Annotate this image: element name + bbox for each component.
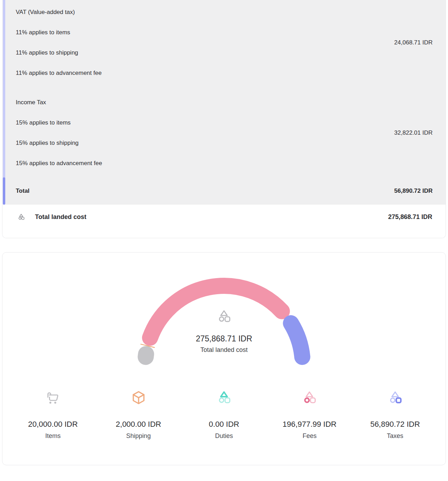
- total-landed-cost-amount: 275,868.71 IDR: [388, 213, 432, 221]
- stat-label: Fees: [302, 432, 316, 440]
- landed-cost-shapes-icon: [17, 213, 25, 221]
- tax-group-title: VAT (Value-added tax): [16, 8, 433, 16]
- gauge-center: 275,868.71 IDR Total landed cost: [150, 309, 298, 354]
- gauge-center-value: 275,868.71 IDR: [150, 334, 298, 344]
- tax-total-amount: 56,890.72 IDR: [394, 187, 433, 195]
- stat-label: Items: [45, 432, 61, 440]
- shapes-triangle-icon: [216, 390, 232, 406]
- stat-taxes: 56,890.72 IDR Taxes: [352, 390, 438, 440]
- tax-line: 11% applies to advancement fee: [16, 69, 433, 77]
- tax-group-title: Income Tax: [16, 99, 433, 106]
- stat-label: Taxes: [387, 432, 403, 440]
- stat-amount: 56,890.72 IDR: [370, 420, 420, 429]
- total-landed-cost-label: Total landed cost: [35, 213, 86, 221]
- landed-cost-shapes-icon: [216, 309, 232, 325]
- tax-total-row: Total 56,890.72 IDR: [16, 187, 433, 195]
- landed-cost-gauge: 275,868.71 IDR Total landed cost: [2, 260, 446, 382]
- cost-stats-row: 20,000.00 IDR Items 2,000.00 IDR Shippin…: [2, 390, 446, 440]
- tax-group-income-tax: Income Tax 15% applies to items 15% appl…: [16, 99, 433, 167]
- stat-fees: 196,977.99 IDR Fees: [267, 390, 352, 440]
- tax-total-label: Total: [16, 187, 29, 195]
- scrollbar-thumb[interactable]: [3, 177, 5, 205]
- stat-amount: 196,977.99 IDR: [282, 420, 336, 429]
- stat-items: 20,000.00 IDR Items: [10, 390, 96, 440]
- cart-icon: [45, 390, 61, 406]
- landed-cost-chart-card: 275,868.71 IDR Total landed cost 20,000.…: [2, 252, 446, 465]
- tax-line: 15% applies to shipping: [16, 139, 433, 147]
- tax-line: 15% applies to items: [16, 119, 433, 126]
- vertical-scrollbar[interactable]: [3, 0, 5, 205]
- tax-group-amount: 32,822.01 IDR: [394, 129, 433, 136]
- gauge-center-label: Total landed cost: [150, 346, 298, 354]
- total-landed-cost-row: Total landed cost 275,868.71 IDR: [2, 205, 446, 238]
- stat-shipping: 2,000.00 IDR Shipping: [96, 390, 181, 440]
- tax-line: 15% applies to advancement fee: [16, 160, 433, 167]
- tax-breakdown-card: VAT (Value-added tax) 11% applies to ite…: [2, 0, 446, 238]
- tax-breakdown-panel: VAT (Value-added tax) 11% applies to ite…: [5, 0, 446, 205]
- stat-duties: 0.00 IDR Duties: [181, 390, 267, 440]
- tax-breakdown-scroll-area: VAT (Value-added tax) 11% applies to ite…: [2, 0, 446, 205]
- stat-amount: 0.00 IDR: [209, 420, 239, 429]
- stat-amount: 2,000.00 IDR: [116, 420, 161, 429]
- shapes-circle-icon: [301, 390, 317, 406]
- tax-group-vat: VAT (Value-added tax) 11% applies to ite…: [16, 8, 433, 77]
- stat-label: Shipping: [126, 432, 151, 440]
- tax-line: 11% applies to shipping: [16, 49, 433, 56]
- stat-amount: 20,000.00 IDR: [28, 420, 78, 429]
- shapes-square-icon: [387, 390, 403, 406]
- tax-line: 11% applies to items: [16, 29, 433, 36]
- package-icon: [131, 390, 147, 406]
- tax-group-amount: 24,068.71 IDR: [394, 39, 433, 46]
- stat-label: Duties: [215, 432, 233, 440]
